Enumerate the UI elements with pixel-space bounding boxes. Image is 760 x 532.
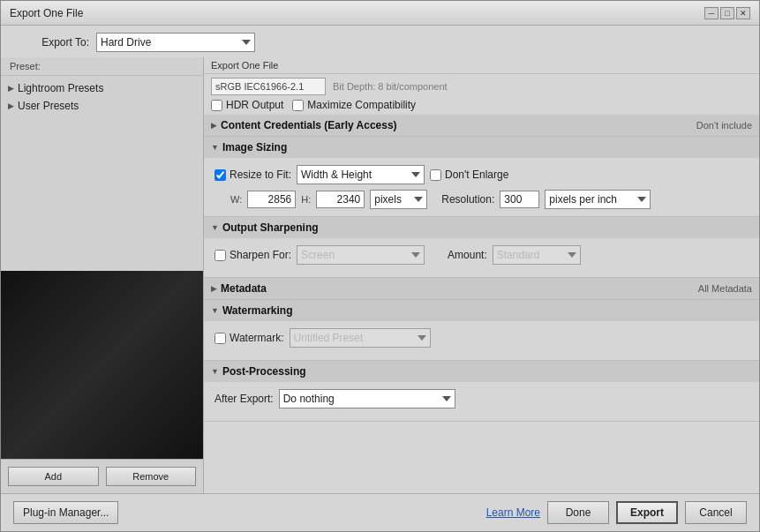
- title-bar-left: Export One File: [10, 7, 83, 19]
- title-bar: Export One File ─ □ ✕: [1, 1, 759, 26]
- minimize-button[interactable]: ─: [704, 7, 719, 19]
- section-image-sizing: ▼ Image Sizing Resize to Fit: W: [204, 137, 759, 217]
- width-input[interactable]: [247, 191, 296, 208]
- maximize-compat-checkbox[interactable]: [292, 100, 304, 111]
- panel-header: Export One File: [204, 57, 759, 74]
- close-button[interactable]: ✕: [736, 7, 750, 19]
- height-input[interactable]: [316, 191, 365, 208]
- metadata-header-left: ▶ Metadata: [211, 282, 267, 295]
- after-export-row: After Export: Do nothing Show in Finder …: [214, 389, 749, 408]
- credentials-title: Content Credentials (Early Access): [221, 119, 397, 131]
- watermarking-header-left: ▼ Watermarking: [211, 304, 293, 317]
- footer: Plug-in Manager... Learn More Done Expor…: [1, 493, 759, 531]
- amount-select[interactable]: Standard Low High: [493, 245, 581, 265]
- section-image-sizing-header[interactable]: ▼ Image Sizing: [204, 137, 759, 158]
- resolution-input[interactable]: [500, 191, 539, 208]
- sidebar-list: ▶ Lightroom Presets ▶ User Presets: [1, 76, 203, 271]
- section-watermarking-header[interactable]: ▼ Watermarking: [204, 300, 759, 321]
- image-sizing-body: Resize to Fit: Width & Height Dimensions…: [204, 158, 759, 216]
- section-content-credentials: ▶ Content Credentials (Early Access) Don…: [204, 115, 759, 137]
- thumbnail-image: [1, 271, 203, 459]
- plugin-manager-button[interactable]: Plug-in Manager...: [13, 501, 118, 524]
- add-button[interactable]: Add: [8, 467, 99, 486]
- maximize-compat-wrap: Maximize Compatibility: [292, 99, 416, 111]
- watermark-row: Watermark: Untitled Preset: [214, 328, 749, 348]
- output-sharpening-arrow-icon: ▼: [211, 223, 219, 232]
- post-processing-body: After Export: Do nothing Show in Finder …: [204, 382, 759, 421]
- credentials-arrow-icon: ▶: [211, 121, 217, 130]
- section-output-sharpening: ▼ Output Sharpening Sharpen For: Screen: [204, 217, 759, 278]
- after-export-select[interactable]: Do nothing Show in Finder Open in Photos…: [279, 389, 455, 408]
- section-metadata: ▶ Metadata All Metadata: [204, 278, 759, 300]
- arrow-icon-user: ▶: [8, 101, 14, 110]
- metadata-arrow-icon: ▶: [211, 284, 217, 293]
- export-to-label: Export To:: [19, 36, 89, 49]
- color-space-input[interactable]: [211, 78, 326, 95]
- pixels-unit-select[interactable]: pixels inches cm: [370, 190, 427, 209]
- hdr-output-checkbox[interactable]: [211, 100, 222, 111]
- watermarking-title: Watermarking: [222, 304, 293, 317]
- export-button[interactable]: Export: [616, 501, 678, 524]
- section-watermarking: ▼ Watermarking Watermark: Untitled Prese…: [204, 300, 759, 361]
- export-to-select[interactable]: Hard Drive Email CD/DVD: [96, 33, 255, 52]
- resolution-unit-select[interactable]: pixels per inch pixels per cm: [545, 190, 651, 209]
- bottom-padding: [204, 422, 759, 439]
- panel-scroll[interactable]: Bit Depth: 8 bit/component HDR Output Ma…: [204, 74, 759, 493]
- section-content-credentials-header[interactable]: ▶ Content Credentials (Early Access) Don…: [204, 115, 759, 136]
- watermark-checkbox[interactable]: [214, 333, 226, 344]
- output-sharpening-title: Output Sharpening: [222, 221, 319, 234]
- dont-enlarge-wrap: Don't Enlarge: [430, 169, 508, 181]
- w-label: W:: [230, 194, 242, 205]
- sidebar-item-lightroom-presets[interactable]: ▶ Lightroom Presets: [1, 79, 203, 97]
- sidebar-item-label-user: User Presets: [18, 100, 79, 112]
- resize-to-fit-checkbox[interactable]: [214, 169, 226, 181]
- after-export-label: After Export:: [214, 393, 274, 405]
- section-output-sharpening-header[interactable]: ▼ Output Sharpening: [204, 217, 759, 238]
- learn-more-link[interactable]: Learn More: [486, 506, 540, 519]
- wh-row: W: H: pixels inches cm Resolution:: [230, 190, 749, 209]
- hdr-output-wrap: HDR Output: [211, 99, 283, 111]
- bit-depth-label: Bit Depth: 8 bit/component: [333, 81, 448, 92]
- h-label: H:: [301, 194, 311, 205]
- credentials-status: Don't include: [696, 120, 752, 131]
- done-button[interactable]: Done: [547, 501, 609, 524]
- image-sizing-header-left: ▼ Image Sizing: [211, 141, 287, 154]
- output-sharpening-header-left: ▼ Output Sharpening: [211, 221, 319, 234]
- resize-to-fit-wrap: Resize to Fit:: [214, 169, 291, 181]
- post-processing-title: Post-Processing: [222, 365, 306, 378]
- metadata-title: Metadata: [221, 282, 267, 295]
- sharpen-for-checkbox[interactable]: [214, 250, 226, 261]
- section-metadata-header[interactable]: ▶ Metadata All Metadata: [204, 278, 759, 299]
- cancel-button[interactable]: Cancel: [685, 501, 747, 524]
- maximize-button[interactable]: □: [720, 7, 734, 19]
- sidebar-item-label-lightroom: Lightroom Presets: [18, 82, 103, 94]
- right-panel: Export One File Bit Depth: 8 bit/compone…: [204, 57, 759, 493]
- remove-button[interactable]: Remove: [106, 467, 197, 486]
- dont-enlarge-checkbox[interactable]: [430, 169, 441, 181]
- sharpen-row: Sharpen For: Screen Matte Paper Glossy P…: [214, 245, 749, 265]
- resize-mode-select[interactable]: Width & Height Dimensions Long Edge Shor…: [297, 165, 425, 184]
- amount-label: Amount:: [448, 249, 487, 261]
- maximize-compat-label: Maximize Compatibility: [307, 99, 416, 111]
- dont-enlarge-label: Don't Enlarge: [445, 169, 508, 181]
- section-post-processing: ▼ Post-Processing After Export: Do nothi…: [204, 361, 759, 422]
- sidebar-item-user-presets[interactable]: ▶ User Presets: [1, 97, 203, 115]
- title-controls: ─ □ ✕: [704, 7, 750, 19]
- watermark-preset-select[interactable]: Untitled Preset: [290, 328, 431, 348]
- sidebar: Preset: ▶ Lightroom Presets ▶ User Prese…: [1, 57, 204, 493]
- footer-left: Plug-in Manager...: [13, 501, 479, 524]
- resize-to-fit-row: Resize to Fit: Width & Height Dimensions…: [214, 165, 749, 184]
- sharpen-for-select[interactable]: Screen Matte Paper Glossy Paper: [297, 245, 425, 265]
- resolution-label: Resolution:: [441, 193, 494, 206]
- main-content: Preset: ▶ Lightroom Presets ▶ User Prese…: [1, 57, 759, 493]
- image-sizing-arrow-icon: ▼: [211, 143, 219, 152]
- hdr-row: HDR Output Maximize Compatibility: [204, 99, 759, 111]
- thumbnail-area: [1, 271, 203, 459]
- sidebar-bottom: Add Remove: [1, 459, 203, 493]
- image-sizing-title: Image Sizing: [222, 141, 287, 154]
- section-post-processing-header[interactable]: ▼ Post-Processing: [204, 361, 759, 382]
- watermarking-arrow-icon: ▼: [211, 306, 219, 315]
- dialog-title: Export One File: [10, 7, 83, 19]
- metadata-status: All Metadata: [698, 283, 752, 294]
- sharpen-for-wrap: Sharpen For:: [214, 249, 291, 261]
